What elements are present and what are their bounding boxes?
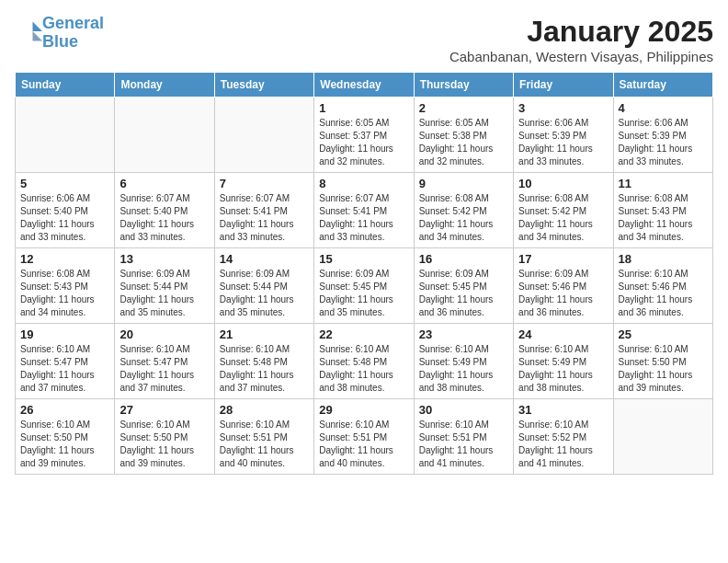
cell-day-number: 30: [419, 403, 508, 417]
cell-info-text: Sunrise: 6:09 AM Sunset: 5:45 PM Dayligh…: [419, 268, 508, 319]
calendar-cell: 15Sunrise: 6:09 AM Sunset: 5:45 PM Dayli…: [314, 248, 414, 324]
calendar-subtitle: Cabanbanan, Western Visayas, Philippines: [449, 49, 713, 64]
logo: General Blue: [15, 15, 104, 52]
calendar-cell: 21Sunrise: 6:10 AM Sunset: 5:48 PM Dayli…: [214, 324, 313, 399]
calendar-cell: 13Sunrise: 6:09 AM Sunset: 5:44 PM Dayli…: [115, 248, 214, 324]
calendar-week-row: 26Sunrise: 6:10 AM Sunset: 5:50 PM Dayli…: [16, 399, 713, 475]
cell-info-text: Sunrise: 6:06 AM Sunset: 5:40 PM Dayligh…: [20, 192, 109, 244]
svg-marker-0: [33, 21, 43, 31]
weekday-header: Friday: [514, 73, 613, 98]
cell-day-number: 4: [619, 101, 708, 115]
calendar-cell: 7Sunrise: 6:07 AM Sunset: 5:41 PM Daylig…: [214, 173, 313, 248]
calendar-cell: [214, 98, 313, 173]
cell-info-text: Sunrise: 6:07 AM Sunset: 5:41 PM Dayligh…: [220, 192, 309, 244]
calendar-cell: 18Sunrise: 6:10 AM Sunset: 5:46 PM Dayli…: [613, 248, 712, 324]
cell-info-text: Sunrise: 6:05 AM Sunset: 5:38 PM Dayligh…: [419, 117, 508, 168]
cell-day-number: 10: [518, 177, 608, 190]
logo-general: General: [42, 14, 104, 32]
calendar-cell: 8Sunrise: 6:07 AM Sunset: 5:41 PM Daylig…: [314, 173, 414, 248]
calendar-cell: 26Sunrise: 6:10 AM Sunset: 5:50 PM Dayli…: [16, 399, 115, 475]
cell-day-number: 23: [419, 327, 508, 341]
cell-info-text: Sunrise: 6:10 AM Sunset: 5:51 PM Dayligh…: [419, 419, 508, 470]
cell-info-text: Sunrise: 6:08 AM Sunset: 5:42 PM Dayligh…: [518, 192, 608, 244]
calendar-cell: 30Sunrise: 6:10 AM Sunset: 5:51 PM Dayli…: [414, 399, 513, 475]
logo-blue: Blue: [42, 32, 78, 51]
cell-info-text: Sunrise: 6:08 AM Sunset: 5:42 PM Dayligh…: [419, 192, 508, 244]
svg-marker-1: [33, 31, 43, 41]
cell-info-text: Sunrise: 6:10 AM Sunset: 5:47 PM Dayligh…: [20, 343, 109, 395]
calendar-cell: 2Sunrise: 6:05 AM Sunset: 5:38 PM Daylig…: [414, 98, 513, 173]
calendar-cell: 20Sunrise: 6:10 AM Sunset: 5:47 PM Dayli…: [115, 324, 214, 399]
cell-info-text: Sunrise: 6:09 AM Sunset: 5:46 PM Dayligh…: [518, 268, 608, 319]
calendar-cell: 27Sunrise: 6:10 AM Sunset: 5:50 PM Dayli…: [115, 399, 214, 475]
cell-day-number: 13: [119, 252, 209, 266]
calendar-cell: 3Sunrise: 6:06 AM Sunset: 5:39 PM Daylig…: [514, 98, 613, 173]
weekday-header: Monday: [115, 73, 214, 98]
cell-info-text: Sunrise: 6:10 AM Sunset: 5:52 PM Dayligh…: [518, 419, 608, 470]
cell-info-text: Sunrise: 6:10 AM Sunset: 5:49 PM Dayligh…: [419, 343, 508, 395]
cell-info-text: Sunrise: 6:10 AM Sunset: 5:46 PM Dayligh…: [619, 268, 708, 319]
calendar-cell: 29Sunrise: 6:10 AM Sunset: 5:51 PM Dayli…: [314, 399, 414, 475]
cell-info-text: Sunrise: 6:10 AM Sunset: 5:48 PM Dayligh…: [319, 343, 408, 395]
calendar-cell: [613, 399, 712, 475]
cell-day-number: 9: [419, 177, 508, 190]
cell-info-text: Sunrise: 6:06 AM Sunset: 5:39 PM Dayligh…: [518, 117, 608, 168]
calendar-body: 1Sunrise: 6:05 AM Sunset: 5:37 PM Daylig…: [16, 98, 713, 475]
cell-day-number: 12: [20, 252, 109, 266]
calendar-cell: 28Sunrise: 6:10 AM Sunset: 5:51 PM Dayli…: [214, 399, 313, 475]
cell-day-number: 21: [220, 327, 309, 341]
cell-info-text: Sunrise: 6:10 AM Sunset: 5:48 PM Dayligh…: [220, 343, 309, 395]
cell-day-number: 24: [518, 327, 608, 341]
calendar-table: SundayMondayTuesdayWednesdayThursdayFrid…: [15, 72, 713, 475]
cell-info-text: Sunrise: 6:07 AM Sunset: 5:41 PM Dayligh…: [319, 192, 408, 244]
cell-info-text: Sunrise: 6:10 AM Sunset: 5:50 PM Dayligh…: [20, 419, 109, 470]
cell-info-text: Sunrise: 6:10 AM Sunset: 5:47 PM Dayligh…: [119, 343, 209, 395]
cell-day-number: 11: [619, 177, 708, 190]
cell-info-text: Sunrise: 6:10 AM Sunset: 5:49 PM Dayligh…: [518, 343, 608, 395]
calendar-cell: 16Sunrise: 6:09 AM Sunset: 5:45 PM Dayli…: [414, 248, 513, 324]
cell-day-number: 17: [518, 252, 608, 266]
cell-day-number: 16: [419, 252, 508, 266]
calendar-cell: [16, 98, 115, 173]
calendar-cell: 6Sunrise: 6:07 AM Sunset: 5:40 PM Daylig…: [115, 173, 214, 248]
cell-day-number: 27: [119, 403, 209, 417]
cell-day-number: 28: [220, 403, 309, 417]
logo-text: General Blue: [42, 15, 104, 52]
weekday-row: SundayMondayTuesdayWednesdayThursdayFrid…: [16, 73, 713, 98]
calendar-header: SundayMondayTuesdayWednesdayThursdayFrid…: [16, 73, 713, 98]
weekday-header: Saturday: [613, 73, 712, 98]
cell-info-text: Sunrise: 6:10 AM Sunset: 5:51 PM Dayligh…: [220, 419, 309, 470]
cell-info-text: Sunrise: 6:08 AM Sunset: 5:43 PM Dayligh…: [619, 192, 708, 244]
calendar-cell: 22Sunrise: 6:10 AM Sunset: 5:48 PM Dayli…: [314, 324, 414, 399]
cell-day-number: 8: [319, 177, 408, 190]
cell-day-number: 18: [619, 252, 708, 266]
logo-icon: [17, 18, 42, 44]
cell-info-text: Sunrise: 6:07 AM Sunset: 5:40 PM Dayligh…: [119, 192, 209, 244]
calendar-week-row: 5Sunrise: 6:06 AM Sunset: 5:40 PM Daylig…: [16, 173, 713, 248]
cell-info-text: Sunrise: 6:10 AM Sunset: 5:51 PM Dayligh…: [319, 419, 408, 470]
cell-day-number: 7: [220, 177, 309, 190]
cell-day-number: 3: [518, 101, 608, 115]
cell-info-text: Sunrise: 6:10 AM Sunset: 5:50 PM Dayligh…: [119, 419, 209, 470]
cell-info-text: Sunrise: 6:05 AM Sunset: 5:37 PM Dayligh…: [319, 117, 408, 168]
weekday-header: Wednesday: [314, 73, 414, 98]
calendar-title: January 2025: [449, 15, 713, 49]
cell-day-number: 20: [119, 327, 209, 341]
weekday-header: Thursday: [414, 73, 513, 98]
calendar-cell: 5Sunrise: 6:06 AM Sunset: 5:40 PM Daylig…: [16, 173, 115, 248]
cell-day-number: 31: [518, 403, 608, 417]
cell-day-number: 1: [319, 101, 408, 115]
calendar-cell: 17Sunrise: 6:09 AM Sunset: 5:46 PM Dayli…: [514, 248, 613, 324]
cell-day-number: 26: [20, 403, 109, 417]
cell-info-text: Sunrise: 6:09 AM Sunset: 5:45 PM Dayligh…: [319, 268, 408, 319]
calendar-cell: 9Sunrise: 6:08 AM Sunset: 5:42 PM Daylig…: [414, 173, 513, 248]
page-header: General Blue January 2025 Cabanbanan, We…: [15, 15, 713, 64]
calendar-cell: 1Sunrise: 6:05 AM Sunset: 5:37 PM Daylig…: [314, 98, 414, 173]
calendar-cell: 23Sunrise: 6:10 AM Sunset: 5:49 PM Dayli…: [414, 324, 513, 399]
cell-day-number: 5: [20, 177, 109, 190]
cell-day-number: 29: [319, 403, 408, 417]
calendar-cell: 4Sunrise: 6:06 AM Sunset: 5:39 PM Daylig…: [613, 98, 712, 173]
cell-day-number: 2: [419, 101, 508, 115]
calendar-cell: 12Sunrise: 6:08 AM Sunset: 5:43 PM Dayli…: [16, 248, 115, 324]
cell-info-text: Sunrise: 6:06 AM Sunset: 5:39 PM Dayligh…: [619, 117, 708, 168]
